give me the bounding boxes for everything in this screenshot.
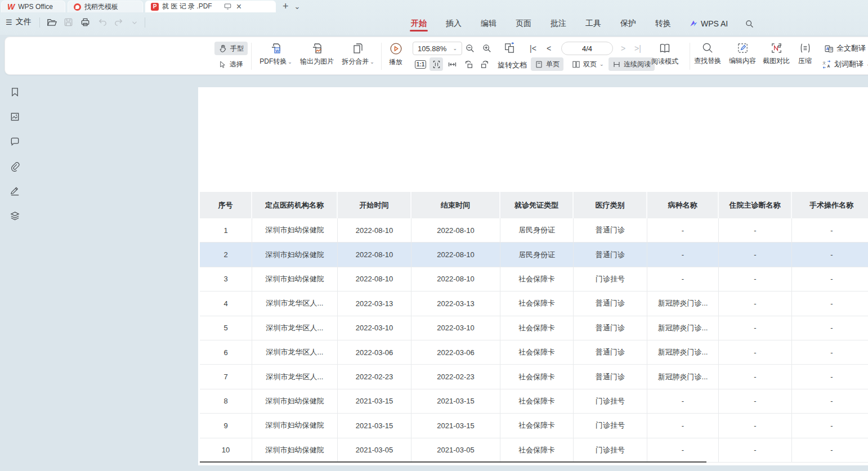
ribbon-tab-tools[interactable]: 工具 (584, 14, 602, 34)
image-icon (10, 111, 20, 122)
actual-size-button[interactable]: 1:1 (414, 57, 427, 71)
split-merge-button[interactable]: 拆分合并⌄ (338, 42, 378, 66)
export-image-button[interactable]: 输出为图片 (296, 42, 338, 66)
table-cell: - (792, 291, 868, 316)
ribbon-tab-insert[interactable]: 插入 (445, 14, 463, 34)
pdf-page: 序号定点医药机构名称开始时间结束时间就诊凭证类型医疗类别病种名称住院主诊断名称手… (198, 87, 868, 465)
table-cell: - (647, 267, 719, 291)
table-cell: - (792, 389, 868, 414)
select-tool-button[interactable]: 选择 (214, 57, 247, 71)
next-page-button[interactable]: > (621, 44, 625, 53)
find-replace-button[interactable]: 查找替换 (691, 42, 724, 66)
title-bar: W WPS Office 找稻壳模板 P 就 医 记 录 .PDF × + ⌄ (0, 0, 868, 35)
close-icon[interactable]: × (236, 2, 241, 11)
paperclip-icon (10, 161, 20, 172)
svg-text:文: 文 (822, 60, 826, 64)
file-menu-button[interactable]: ☰ 文件 (6, 17, 32, 27)
table-cell: 2022-08-10 (338, 218, 411, 243)
tab-wps-office[interactable]: W WPS Office (1, 1, 65, 12)
hand-tool-button[interactable]: 手型 (214, 42, 248, 55)
page-indicator-input[interactable] (561, 42, 613, 55)
ribbon-tab-page[interactable]: 页面 (514, 14, 533, 34)
table-cell: 深圳市龙华区人... (252, 316, 338, 340)
read-mode-button[interactable]: 阅读模式 (649, 42, 681, 66)
wps-logo-icon: W (7, 3, 15, 11)
zoom-in-button[interactable] (480, 42, 494, 55)
single-page-button[interactable]: 单页 (531, 57, 563, 71)
table-cell: - (719, 389, 792, 414)
table-cell: - (792, 438, 868, 463)
first-page-button[interactable]: |< (530, 44, 536, 53)
play-button[interactable]: 播放 (383, 42, 408, 67)
table-row: 1深圳市妇幼保健院2022-08-102022-08-10居民身份证普通门诊--… (200, 218, 868, 243)
layers-panel-button[interactable] (7, 208, 22, 223)
bookmark-panel-button[interactable] (7, 84, 22, 99)
table-cell: 10 (200, 438, 252, 463)
table-bottom-border (200, 461, 706, 463)
print-icon[interactable] (80, 17, 91, 28)
rotate-right-button[interactable] (478, 57, 491, 71)
table-cell: - (792, 414, 868, 438)
fit-width-button[interactable] (445, 57, 459, 71)
table-row: 7深圳市龙华区人...2022-02-232022-02-23社会保障卡普通门诊… (200, 365, 868, 389)
table-cell: 新冠肺炎门诊... (647, 365, 719, 389)
screenshot-compare-button[interactable]: 截图对比 (759, 42, 793, 66)
table-cell: - (719, 316, 792, 340)
table-cell: 深圳市妇幼保健院 (252, 218, 338, 243)
signature-panel-button[interactable] (7, 183, 22, 198)
save-icon[interactable] (63, 17, 74, 28)
new-tab-icon[interactable]: + (283, 1, 289, 11)
search-icon[interactable] (745, 19, 754, 29)
thumbnail-panel-button[interactable] (7, 109, 22, 124)
table-cell: 社会保障卡 (500, 267, 574, 291)
pdf-convert-button[interactable]: W PDF转换⌄ (256, 42, 296, 66)
zoom-out-button[interactable] (463, 42, 477, 55)
redo-icon[interactable] (114, 17, 124, 28)
double-page-button[interactable]: 双页 ⌄ (568, 57, 608, 71)
wps-ai-button[interactable]: WPS AI (689, 19, 728, 28)
tab-document-pdf[interactable]: P 就 医 记 录 .PDF × (145, 1, 276, 12)
attachment-panel-button[interactable] (7, 159, 22, 173)
table-cell: 8 (200, 389, 252, 414)
undo-icon[interactable] (97, 17, 108, 28)
word-translate-icon: 文 A (822, 60, 831, 69)
fit-width-icon (448, 60, 457, 69)
select-tool-label: 选择 (230, 60, 243, 69)
monitor-icon[interactable] (223, 2, 232, 11)
table-cell: - (792, 243, 868, 267)
compress-button[interactable]: 压缩 (792, 42, 818, 66)
export-image-icon (310, 42, 324, 55)
medical-table: 序号定点医药机构名称开始时间结束时间就诊凭证类型医疗类别病种名称住院主诊断名称手… (200, 192, 868, 463)
full-translate-icon: A 字 (824, 44, 834, 53)
table-cell: - (647, 243, 719, 267)
fit-page-button[interactable] (429, 57, 443, 71)
pdf-convert-icon: W (269, 42, 283, 55)
zoom-level-select[interactable]: 105.88% ⌄ (413, 42, 462, 55)
continuous-read-icon (612, 60, 621, 69)
comment-panel-button[interactable] (7, 134, 22, 149)
continuous-read-button[interactable]: 连续阅读 (609, 57, 655, 71)
prev-page-button[interactable]: < (547, 44, 551, 53)
replace-pages-button[interactable] (503, 41, 516, 55)
full-text-translate-button[interactable]: A 字 全文翻译 (820, 42, 868, 55)
rotate-left-button[interactable] (462, 57, 476, 71)
table-cell: 5 (200, 316, 252, 340)
edit-content-button[interactable]: 编辑内容 (726, 42, 759, 66)
tab-list-chevron-icon[interactable]: ⌄ (294, 3, 301, 10)
last-page-button[interactable]: >| (634, 44, 641, 53)
tab-docer-templates[interactable]: 找稻壳模板 (68, 1, 143, 12)
ribbon-tab-convert[interactable]: 转换 (654, 14, 672, 34)
single-page-icon (535, 60, 543, 69)
double-page-icon (572, 60, 580, 69)
open-file-icon[interactable] (46, 17, 57, 28)
table-cell: 深圳市妇幼保健院 (252, 414, 338, 438)
ribbon-tab-protect[interactable]: 保护 (619, 14, 637, 34)
word-translate-button[interactable]: 文 A 划词翻译 ⌄ (818, 57, 868, 71)
ribbon-tab-comment[interactable]: 批注 (549, 14, 567, 34)
ribbon-tab-edit[interactable]: 编辑 (480, 14, 498, 34)
book-icon (658, 42, 672, 55)
table-cell: 深圳市妇幼保健院 (252, 389, 338, 414)
rotate-document-button[interactable]: 旋转文档 (498, 60, 527, 70)
ribbon-tab-home[interactable]: 开始 (410, 14, 428, 34)
more-actions-chevron-icon[interactable] (131, 19, 138, 26)
